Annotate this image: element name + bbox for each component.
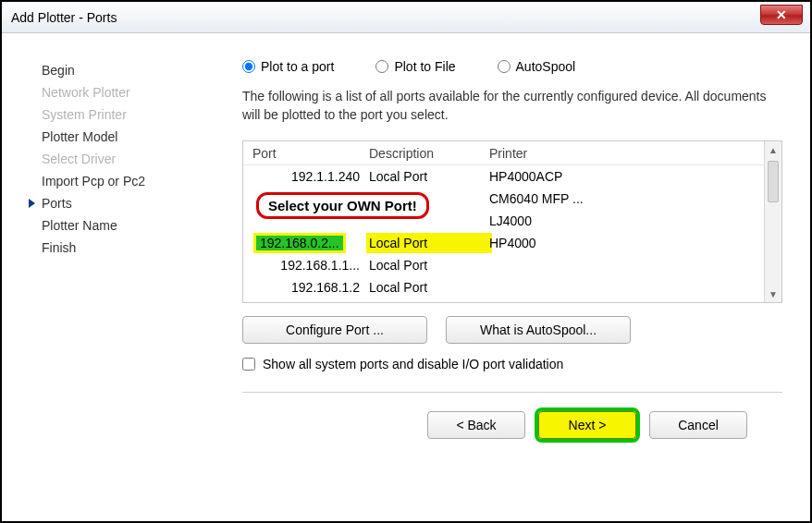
- ports-list[interactable]: Port Description Printer 192.1.1.240 Loc…: [243, 141, 764, 302]
- window-title: Add Plotter - Ports: [11, 10, 117, 25]
- what-is-autospool-button[interactable]: What is AutoSpool...: [446, 316, 631, 344]
- next-button[interactable]: Next >: [538, 411, 636, 439]
- scrollbar[interactable]: ▲ ▼: [764, 141, 781, 302]
- header-desc[interactable]: Description: [369, 146, 489, 161]
- table-row[interactable]: 192.1.1.240 Local Port HP4000ACP: [243, 165, 764, 188]
- titlebar: Add Plotter - Ports ✕: [2, 2, 810, 33]
- port-buttons-row: Configure Port ... What is AutoSpool...: [242, 316, 782, 344]
- radio-plot-to-file-label: Plot to File: [394, 59, 455, 74]
- radio-autospool-label: AutoSpool: [516, 59, 576, 74]
- cell-desc: Local Port: [369, 258, 489, 273]
- step-select-driver: Select Driver: [30, 148, 224, 170]
- radio-plot-to-file-input[interactable]: [375, 60, 388, 73]
- cell-port: 192.168.1.1...: [243, 258, 369, 273]
- cell-port: 192.1.1.240: [243, 169, 369, 184]
- selected-port-highlight: 192.168.0.2...: [256, 236, 343, 250]
- header-printer[interactable]: Printer: [489, 146, 764, 161]
- scroll-track[interactable]: [765, 205, 781, 286]
- scroll-thumb[interactable]: [768, 161, 779, 202]
- step-finish: Finish: [30, 237, 224, 259]
- radio-autospool-input[interactable]: [498, 60, 511, 73]
- radio-plot-to-port-label: Plot to a port: [261, 59, 334, 74]
- description-text: The following is a list of all ports ava…: [242, 87, 782, 124]
- separator: [242, 392, 782, 393]
- step-network-plotter: Network Plotter: [30, 81, 224, 103]
- cell-desc: Local Port: [369, 169, 489, 184]
- radio-plot-to-file[interactable]: Plot to File: [375, 59, 455, 74]
- step-plotter-model: Plotter Model: [30, 126, 224, 148]
- show-all-ports-checkbox[interactable]: Show all system ports and disable I/O po…: [242, 357, 782, 371]
- step-ports: Ports: [30, 192, 224, 214]
- cancel-button[interactable]: Cancel: [649, 411, 747, 439]
- scroll-down-icon[interactable]: ▼: [765, 286, 781, 302]
- step-plotter-name: Plotter Name: [30, 214, 224, 237]
- step-begin: Begin: [30, 59, 224, 81]
- radio-autospool[interactable]: AutoSpool: [498, 59, 576, 74]
- wizard-footer: < Back Next > Cancel: [242, 411, 782, 439]
- show-all-ports-label: Show all system ports and disable I/O po…: [263, 357, 563, 371]
- cell-port: 192.168.1.2: [243, 280, 369, 295]
- main-panel: Plot to a port Plot to File AutoSpool Th…: [224, 59, 787, 477]
- back-button[interactable]: < Back: [427, 411, 525, 439]
- radio-plot-to-port[interactable]: Plot to a port: [242, 59, 334, 74]
- table-row[interactable]: 192.168.1.1... Local Port: [243, 254, 764, 276]
- table-header: Port Description Printer: [243, 141, 764, 165]
- scroll-up-icon[interactable]: ▲: [765, 141, 781, 158]
- step-system-printer: System Printer: [30, 103, 224, 126]
- cell-printer: HP4000: [489, 236, 764, 250]
- close-button[interactable]: ✕: [760, 5, 803, 25]
- show-all-ports-input[interactable]: [242, 358, 255, 371]
- cell-desc: Local Port: [369, 236, 489, 250]
- wizard-steps: Begin Network Plotter System Printer Plo…: [30, 59, 224, 477]
- header-port[interactable]: Port: [243, 146, 369, 161]
- annotation-callout: Select your OWN Port!: [256, 192, 429, 219]
- cell-printer: HP4000ACP: [489, 169, 764, 184]
- radio-plot-to-port-input[interactable]: [242, 60, 255, 73]
- ports-table: Port Description Printer 192.1.1.240 Loc…: [242, 140, 782, 303]
- cell-desc: Local Port: [369, 280, 489, 295]
- cell-printer: LJ4000: [489, 213, 764, 228]
- cell-port: 192.168.0.2...: [243, 236, 369, 250]
- dialog-content: Begin Network Plotter System Printer Plo…: [2, 33, 810, 477]
- cell-printer: CM6040 MFP ...: [489, 191, 764, 206]
- close-icon: ✕: [776, 7, 787, 22]
- step-import-pcp: Import Pcp or Pc2: [30, 170, 224, 192]
- table-row-selected[interactable]: 192.168.0.2... Local Port HP4000: [243, 232, 764, 254]
- plot-mode-radios: Plot to a port Plot to File AutoSpool: [242, 59, 782, 74]
- table-row[interactable]: 192.168.1.2 Local Port: [243, 276, 764, 298]
- configure-port-button[interactable]: Configure Port ...: [242, 316, 427, 344]
